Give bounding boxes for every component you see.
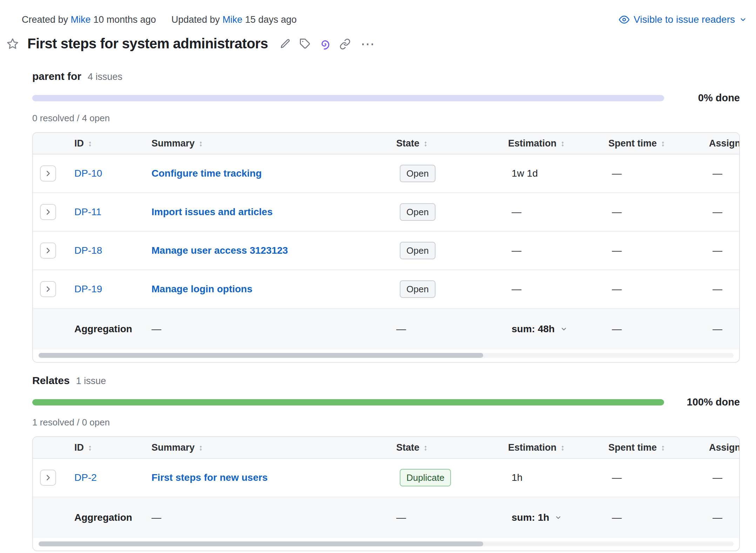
expand-row-button[interactable] (40, 470, 56, 486)
column-header-id[interactable]: ID↕ (74, 442, 151, 453)
estimation-value: — (508, 284, 608, 295)
visibility-selector[interactable]: Visible to issue readers (619, 14, 747, 25)
column-header-assignee[interactable]: Assignee↕ (709, 442, 740, 453)
chevron-right-icon (44, 170, 52, 177)
copy-link-button[interactable] (339, 38, 351, 49)
column-header-id[interactable]: ID↕ (74, 138, 151, 149)
column-header-spent-time[interactable]: Spent time↕ (608, 442, 709, 453)
aggregation-spent: — (608, 323, 709, 335)
estimation-value: — (508, 245, 608, 256)
issue-summary-link[interactable]: Manage user access 3123123 (151, 245, 288, 256)
sort-icon: ↕ (199, 139, 203, 148)
section-count: 4 issues (88, 71, 122, 82)
progress-bar (32, 95, 664, 101)
issue-summary-link[interactable]: First steps for new users (151, 472, 268, 483)
progress-fill (32, 399, 664, 405)
expand-row-button[interactable] (40, 281, 56, 297)
tags-button[interactable] (299, 38, 311, 49)
column-header-state[interactable]: State↕ (396, 442, 508, 453)
state-badge: Open (400, 165, 436, 183)
column-header-assignee[interactable]: Assignee↕ (709, 138, 740, 149)
sort-icon: ↕ (661, 139, 665, 148)
chevron-right-icon (44, 474, 52, 482)
table-row: DP-2 First steps for new users Duplicate… (33, 459, 740, 497)
horizontal-scrollbar (39, 541, 734, 546)
state-badge: Open (400, 242, 436, 260)
created-time: 10 months ago (93, 14, 156, 25)
issue-id-link[interactable]: DP-11 (74, 206, 101, 217)
assignee-value: — (709, 168, 740, 179)
column-header-summary[interactable]: Summary↕ (151, 442, 396, 453)
column-header-state[interactable]: State↕ (396, 138, 508, 149)
pencil-icon (280, 38, 291, 49)
aggregation-sum-selector[interactable]: sum: 1h (512, 512, 608, 523)
spent-time-value: — (608, 245, 709, 256)
star-button[interactable] (6, 37, 19, 50)
ellipsis-icon: ⋯ (360, 36, 374, 52)
section-title: Relates (32, 375, 70, 387)
edit-title-button[interactable] (280, 38, 291, 49)
chevron-down-icon (739, 16, 747, 23)
spent-time-value: — (608, 472, 709, 483)
section-title: parent for (32, 70, 81, 82)
sort-icon: ↕ (561, 139, 565, 148)
sort-icon: ↕ (561, 443, 565, 452)
aggregation-assignee: — (709, 323, 740, 335)
state-badge: Open (400, 203, 436, 221)
aggregation-label: Aggregation (74, 512, 151, 523)
issue-id-link[interactable]: DP-18 (74, 245, 102, 256)
scrollbar-thumb[interactable] (39, 353, 483, 358)
aggregation-state: — (396, 323, 508, 335)
resolved-summary: 0 resolved / 4 open (32, 113, 740, 124)
aggregation-row: Aggregation — — sum: 48h — — (33, 309, 740, 349)
progress-row: 0% done (32, 92, 740, 104)
section-relates: Relates 1 issue 100% done 1 resolved / 0… (32, 375, 740, 551)
ai-assistant-button[interactable] (319, 38, 331, 50)
issue-summary-link[interactable]: Manage login options (151, 284, 252, 294)
created-info: Created by Mike 10 months ago (22, 14, 156, 25)
progress-label: 100% done (677, 396, 740, 408)
sort-icon: ↕ (88, 443, 92, 452)
issue-summary-link[interactable]: Configure time tracking (151, 168, 262, 179)
scrollbar-thumb[interactable] (39, 541, 483, 546)
column-header-spent-time[interactable]: Spent time↕ (608, 138, 709, 149)
aggregation-sum-selector[interactable]: sum: 48h (512, 323, 608, 335)
column-header-estimation[interactable]: Estimation↕ (508, 442, 608, 453)
section-header: parent for 4 issues (32, 70, 740, 82)
resolved-summary: 1 resolved / 0 open (32, 417, 740, 428)
state-badge: Open (400, 280, 436, 298)
issues-table: ID↕ Summary↕ State↕ Estimation↕ Spent ti… (32, 436, 740, 551)
issue-id-link[interactable]: DP-2 (74, 472, 97, 483)
table-row: DP-19 Manage login options Open — — — (33, 270, 740, 309)
issue-id-link[interactable]: DP-19 (74, 284, 102, 294)
expand-row-button[interactable] (40, 243, 56, 259)
chevron-right-icon (44, 285, 52, 293)
aggregation-assignee: — (709, 512, 740, 523)
expand-row-button[interactable] (40, 165, 56, 182)
section-parent-for: parent for 4 issues 0% done 0 resolved /… (32, 70, 740, 363)
updated-prefix: Updated by (171, 14, 220, 25)
spent-time-value: — (608, 284, 709, 295)
column-header-estimation[interactable]: Estimation↕ (508, 138, 608, 149)
updated-time: 15 days ago (245, 14, 297, 25)
progress-label: 0% done (677, 92, 740, 104)
spent-time-value: — (608, 168, 709, 179)
updated-info: Updated by Mike 15 days ago (171, 14, 297, 25)
state-badge: Duplicate (400, 469, 451, 487)
section-count: 1 issue (76, 376, 106, 387)
updated-user-link[interactable]: Mike (222, 14, 242, 25)
aggregation-sum-value: sum: 1h (512, 512, 549, 523)
issue-id-link[interactable]: DP-10 (74, 168, 102, 179)
more-actions-button[interactable]: ⋯ (359, 37, 376, 51)
column-header-summary[interactable]: Summary↕ (151, 138, 396, 149)
chevron-down-icon (560, 326, 567, 333)
aggregation-label: Aggregation (74, 323, 151, 335)
aggregation-spent: — (608, 512, 709, 523)
issues-table: ID↕ Summary↕ State↕ Estimation↕ Spent ti… (32, 132, 740, 363)
created-user-link[interactable]: Mike (71, 14, 91, 25)
expand-row-button[interactable] (40, 204, 56, 220)
table-header: ID↕ Summary↕ State↕ Estimation↕ Spent ti… (33, 437, 740, 459)
aggregation-state: — (396, 512, 508, 523)
progress-bar (32, 399, 664, 405)
issue-summary-link[interactable]: Import issues and articles (151, 206, 272, 217)
